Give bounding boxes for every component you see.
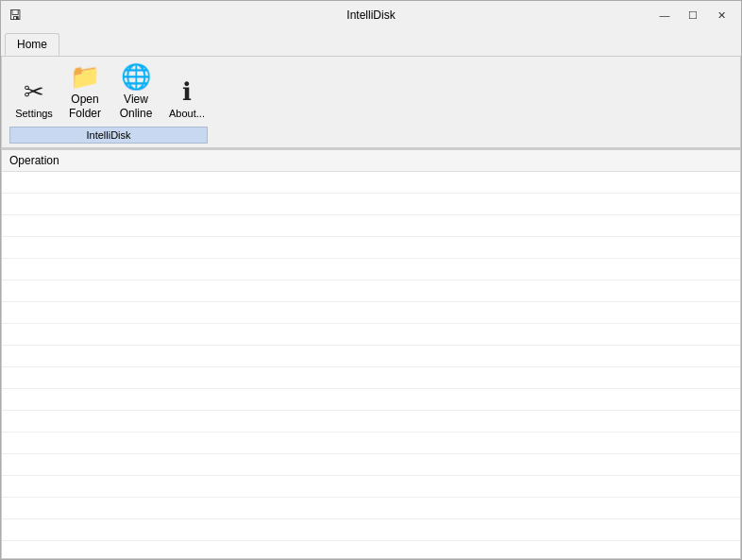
maximize-button[interactable]: ☐ [681, 6, 705, 25]
table-body [2, 172, 740, 560]
window-controls: — ☐ ✕ [652, 6, 734, 25]
active-section: IntelliDisk [9, 127, 208, 144]
about-button[interactable]: ℹ About... [162, 62, 211, 123]
table-row [2, 237, 740, 259]
settings-label: Settings [15, 108, 53, 120]
table-row [2, 324, 740, 346]
table-row [2, 302, 740, 324]
tab-home[interactable]: Home [5, 33, 59, 56]
table-row [2, 346, 740, 367]
content-area: Operation [1, 149, 741, 559]
table-row [2, 172, 740, 194]
table-row [2, 280, 740, 302]
open-folder-button[interactable]: 📁 Open Folder [60, 62, 110, 123]
table-row [2, 259, 740, 280]
minimize-button[interactable]: — [652, 6, 677, 25]
table-row [2, 541, 740, 560]
settings-icon: ✂ [24, 79, 44, 104]
operations-table: Operation [2, 150, 740, 559]
ribbon: Home ✂ Settings 📁 Open Folder [1, 29, 741, 149]
window-title: IntelliDisk [346, 8, 395, 22]
operation-column-header: Operation [2, 150, 740, 172]
view-online-label: View Online [120, 93, 153, 120]
table-row [2, 215, 740, 237]
main-window: 🖫 IntelliDisk — ☐ ✕ Home ✂ Settings [0, 0, 742, 560]
about-label: About... [169, 108, 205, 120]
app-icon: 🖫 [8, 8, 22, 23]
table-row [2, 454, 740, 476]
table-row [2, 367, 740, 389]
table-row [2, 476, 740, 498]
title-bar: 🖫 IntelliDisk — ☐ ✕ [1, 1, 741, 29]
table-row [2, 411, 740, 433]
folder-icon: 📁 [70, 64, 100, 89]
table-row [2, 389, 740, 411]
table-row [2, 433, 740, 454]
globe-icon: 🌐 [121, 64, 151, 89]
info-icon: ℹ [182, 79, 192, 104]
table-row [2, 498, 740, 519]
ribbon-content: ✂ Settings 📁 Open Folder 🌐 [1, 56, 741, 148]
open-folder-label: Open Folder [69, 93, 101, 120]
table-row [2, 194, 740, 215]
close-button[interactable]: ✕ [709, 6, 734, 25]
ribbon-tabs: Home [1, 29, 741, 56]
view-online-button[interactable]: 🌐 View Online [111, 62, 160, 123]
table-row [2, 519, 740, 541]
settings-button[interactable]: ✂ Settings [9, 62, 59, 123]
